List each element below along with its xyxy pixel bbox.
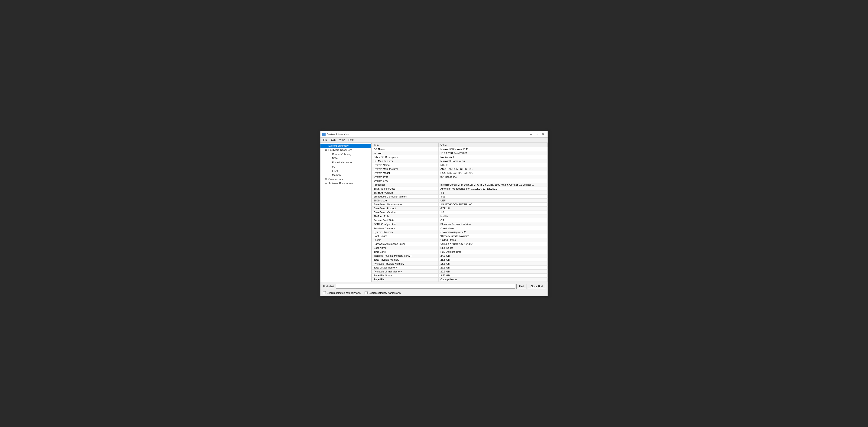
table-cell-value: 27.3 GB (438, 266, 547, 270)
sidebar-item-hardware-resources[interactable]: ⊟Hardware Resources (320, 148, 371, 152)
table-cell-item: Boot Device (372, 234, 439, 238)
search-names-checkbox[interactable]: Search category names only (365, 291, 401, 294)
close-find-button[interactable]: Close Find (528, 284, 545, 289)
table-row: Available Physical Memory18.3 GB (372, 262, 548, 266)
table-cell-item: BaseBoard Manufacturer (372, 203, 439, 206)
sidebar-label-memory: Memory (332, 173, 341, 176)
table-row: BIOS Version/DateAmerican Megatrends Inc… (372, 187, 548, 191)
table-row: Total Physical Memory23.8 GB (372, 258, 548, 262)
table-row: System Typex64-based PC (372, 175, 548, 179)
table-row: Hardware Abstraction LayerVersion = "10.… (372, 242, 548, 246)
table-cell-item: Platform Role (372, 215, 439, 218)
table-row: Other OS DescriptionNot Available (372, 155, 548, 159)
sidebar-label-dma: DMA (332, 157, 338, 160)
table-cell-item: Page File Space (372, 273, 439, 277)
sidebar-item-components[interactable]: ⊞Components (320, 177, 371, 181)
info-table: Item Value OS NameMicrosoft Windows 11 P… (372, 143, 548, 282)
minimize-button[interactable]: ─ (528, 132, 534, 137)
menu-item-help[interactable]: Help (346, 138, 355, 142)
table-cell-value: 10.0.22631 Build 22631 (438, 151, 547, 155)
data-panel: Item Value OS NameMicrosoft Windows 11 P… (372, 143, 548, 282)
table-cell-item: Time Zone (372, 250, 439, 254)
table-cell-value: Microsoft Corporation (438, 159, 547, 163)
sidebar-item-forced-hardware[interactable]: Forced Hardware (320, 160, 371, 165)
table-cell-value: United States (438, 238, 547, 242)
table-row: Version10.0.22631 Build 22631 (372, 151, 548, 155)
table-cell-item: System Model (372, 171, 439, 175)
table-cell-value: Mobile (438, 215, 547, 218)
menu-item-file[interactable]: File (321, 138, 329, 142)
table-cell-item: BaseBoard Version (372, 210, 439, 215)
table-cell-value: FLE Daylight Time (438, 250, 547, 254)
table-cell-item: BIOS Version/Date (372, 187, 439, 191)
table-row: ProcessorIntel(R) Core(TM) i7-10750H CPU… (372, 183, 548, 187)
find-bar: Find what: Find Close Find Search select… (320, 282, 548, 296)
sidebar-item-memory[interactable]: Memory (320, 173, 371, 177)
sidebar-item-irqs[interactable]: IRQs (320, 169, 371, 173)
table-cell-value: 1.0 (438, 210, 547, 215)
table-row: System SKU (372, 179, 548, 183)
find-row2: Search selected category only Search cat… (323, 291, 545, 294)
close-button[interactable]: ✕ (540, 132, 546, 137)
table-cell-value: 18.3 GB (438, 262, 547, 266)
table-cell-value: NIKO2 (438, 163, 547, 167)
expand-icon-hardware-resources[interactable]: ⊟ (325, 149, 328, 151)
sidebar-item-conflicts-sharing[interactable]: Conflicts/Sharing (320, 152, 371, 156)
table-cell-item: Kernel DMA Protection (372, 282, 439, 282)
menu-bar: FileEditViewHelp (320, 138, 548, 143)
table-cell-item: Windows Directory (372, 226, 439, 230)
table-row: Installed Physical Memory (RAM)24.0 GB (372, 254, 548, 258)
table-cell-value: 20.3 GB (438, 270, 547, 273)
menu-item-view[interactable]: View (337, 138, 347, 142)
title-bar-left: ℹ System Information (322, 133, 349, 136)
sidebar-label-system-summary: System Summary (328, 144, 348, 147)
table-cell-item: System Type (372, 175, 439, 179)
table-cell-value: American Megatrends Inc. G712LU.311, 1/8… (438, 187, 547, 191)
expand-icon-components[interactable]: ⊞ (325, 178, 328, 180)
sidebar-label-software-environment: Software Environment (328, 182, 353, 185)
table-cell-item: Total Virtual Memory (372, 266, 439, 270)
sidebar-label-io: I/O (332, 165, 336, 168)
table-cell-value: ASUSTeK COMPUTER INC. (438, 203, 547, 206)
menu-item-edit[interactable]: Edit (329, 138, 337, 142)
app-icon: ℹ (322, 133, 326, 136)
restore-button[interactable]: □ (534, 132, 540, 137)
table-cell-item: Installed Physical Memory (RAM) (372, 254, 439, 258)
search-category-checkbox[interactable]: Search selected category only (323, 291, 361, 294)
table-cell-value: On (438, 282, 547, 282)
table-row: LocaleUnited States (372, 238, 548, 242)
expand-icon-software-environment[interactable]: ⊞ (325, 182, 328, 185)
table-cell-item: Total Physical Memory (372, 258, 439, 262)
table-cell-value: 23.8 GB (438, 258, 547, 262)
find-input[interactable] (336, 284, 515, 289)
title-bar: ℹ System Information ─ □ ✕ (320, 131, 548, 138)
table-cell-item: Hardware Abstraction Layer (372, 242, 439, 246)
table-cell-value: 24.0 GB (438, 254, 547, 258)
table-cell-value: Niko2\slote (438, 246, 547, 250)
table-cell-value: C:\Windows (438, 226, 547, 230)
table-cell-value: 3.09 (438, 195, 547, 199)
table-row: BaseBoard Version1.0 (372, 210, 548, 215)
table-cell-item: System SKU (372, 179, 439, 183)
table-cell-value: 3.2 (438, 191, 547, 195)
find-button[interactable]: Find (517, 284, 526, 289)
sidebar-item-software-environment[interactable]: ⊞Software Environment (320, 181, 371, 186)
search-category-input[interactable] (323, 291, 326, 294)
table-cell-value: Elevation Required to View (438, 222, 547, 226)
main-content: System Summary⊟Hardware ResourcesConflic… (320, 143, 548, 282)
sidebar-item-io[interactable]: I/O (320, 165, 371, 169)
sidebar-item-system-summary[interactable]: System Summary (320, 144, 371, 148)
sidebar-item-dma[interactable]: DMA (320, 156, 371, 160)
table-row: Embedded Controller Version3.09 (372, 195, 548, 199)
table-cell-value: 3.50 GB (438, 273, 547, 277)
table-row: PCR7 ConfigurationElevation Required to … (372, 222, 548, 226)
search-names-input[interactable] (365, 291, 368, 294)
sidebar-label-forced-hardware: Forced Hardware (332, 161, 352, 164)
table-row: Platform RoleMobile (372, 215, 548, 218)
table-row: OS ManufacturerMicrosoft Corporation (372, 159, 548, 163)
table-cell-item: Processor (372, 183, 439, 187)
table-cell-value: Version = "10.0.22621.2506" (438, 242, 547, 246)
table-row: Boot Device\Device\HarddiskVolume1 (372, 234, 548, 238)
table-row: System DirectoryC:\Windows\system32 (372, 230, 548, 234)
table-cell-value (438, 179, 547, 183)
